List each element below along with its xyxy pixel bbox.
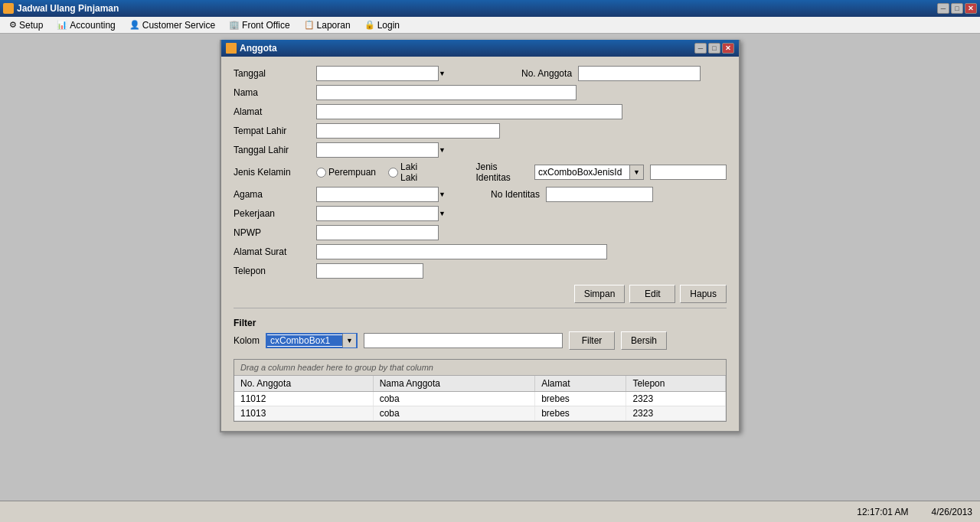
filter-label: Filter [234, 318, 727, 328]
title-controls: ─ □ ✕ [937, 3, 977, 14]
tanggal-lahir-input[interactable] [317, 143, 438, 157]
menu-bar: ⚙ Setup 📊 Accounting 👤 Customer Service … [0, 17, 980, 34]
no-anggota-input[interactable] [578, 66, 701, 81]
nama-label: Nama [234, 87, 310, 98]
tanggal-dropdown-btn[interactable]: ▼ [438, 67, 446, 80]
col-telepon: Telepon [626, 376, 726, 392]
alamat-label: Alamat [234, 106, 310, 117]
edit-button[interactable]: Edit [629, 285, 675, 303]
kolom-combo-text: cxComboBox1 [267, 335, 342, 346]
radio-laki-laki[interactable]: Laki Laki [388, 161, 423, 183]
radio-perempuan-label: Perempuan [328, 167, 376, 178]
table-row[interactable]: 11013cobabrebes2323 [234, 406, 726, 421]
tanggal-lahir-row: Tanggal Lahir ▼ [234, 142, 727, 158]
agama-input[interactable] [317, 188, 438, 201]
cell-alamat: brebes [535, 406, 626, 421]
col-no-anggota: No. Anggota [234, 376, 373, 392]
pekerjaan-label: Pekerjaan [234, 208, 310, 219]
dialog-body: Tanggal ▼ No. Anggota Nama Alamat Te [221, 57, 739, 431]
cs-icon: 👤 [129, 20, 140, 30]
alamat-surat-input[interactable] [316, 244, 607, 259]
close-btn[interactable]: ✕ [965, 3, 977, 14]
jenis-identitas-dropdown-btn[interactable]: ▼ [629, 165, 643, 179]
filter-button[interactable]: Filter [569, 331, 615, 350]
kolom-label: Kolom [234, 335, 260, 346]
table-row[interactable]: 11012cobabrebes2323 [234, 392, 726, 406]
menu-accounting[interactable]: 📊 Accounting [51, 18, 121, 33]
radio-laki-laki-label: Laki Laki [400, 161, 423, 183]
npwp-label: NPWP [234, 227, 310, 238]
anggota-table: No. Anggota Nama Anggota Alamat Telepon … [234, 376, 726, 421]
table-header-row: No. Anggota Nama Anggota Alamat Telepon [234, 376, 726, 392]
agama-label: Agama [234, 189, 310, 200]
kolom-combo[interactable]: cxComboBox1 ▼ [266, 333, 358, 348]
alamat-surat-row: Alamat Surat [234, 244, 727, 259]
jenis-identitas-label: Jenis Identitas [476, 161, 528, 183]
tanggal-label: Tanggal [234, 68, 310, 79]
filter-search-input[interactable] [364, 333, 563, 348]
dialog-title-text: Anggota [240, 43, 277, 54]
alamat-surat-label: Alamat Surat [234, 246, 310, 257]
report-icon: 📋 [304, 20, 315, 30]
hapus-button[interactable]: Hapus [680, 285, 727, 303]
alamat-input[interactable] [316, 104, 622, 119]
bersih-button[interactable]: Bersih [621, 331, 667, 350]
accounting-icon: 📊 [57, 20, 67, 30]
radio-laki-laki-input[interactable] [388, 168, 398, 178]
telepon-row: Telepon [234, 263, 727, 279]
nama-row: Nama [234, 85, 727, 100]
tanggal-row: Tanggal ▼ No. Anggota [234, 66, 727, 81]
app-title: Jadwal Ulang Pinjaman [17, 3, 119, 14]
restore-btn[interactable]: □ [951, 3, 963, 14]
status-bar: 12:17:01 AM 4/26/2013 [0, 501, 980, 522]
telepon-input[interactable] [316, 263, 423, 279]
cell-nama_anggota: coba [373, 392, 535, 406]
tempat-lahir-label: Tempat Lahir [234, 126, 310, 136]
dialog-icon [226, 43, 237, 54]
lock-icon: 🔒 [364, 20, 375, 30]
radio-perempuan-input[interactable] [316, 168, 326, 178]
filter-section: Filter Kolom cxComboBox1 ▼ Filter Bersih [234, 315, 727, 353]
radio-perempuan[interactable]: Perempuan [316, 167, 376, 178]
action-buttons: Simpan Edit Hapus [234, 285, 727, 303]
tempat-lahir-row: Tempat Lahir [234, 123, 727, 139]
menu-setup[interactable]: ⚙ Setup [3, 18, 49, 33]
dialog-close-btn[interactable]: ✕ [722, 43, 734, 54]
menu-front-office[interactable]: 🏢 Front Office [223, 18, 296, 33]
menu-customer-service[interactable]: 👤 Customer Service [123, 18, 221, 33]
npwp-row: NPWP [234, 225, 727, 240]
cell-no_anggota: 11012 [234, 392, 373, 406]
title-bar: Jadwal Ulang Pinjaman ─ □ ✕ [0, 0, 980, 17]
tanggal-lahir-label: Tanggal Lahir [234, 145, 310, 155]
menu-login[interactable]: 🔒 Login [358, 18, 406, 33]
pekerjaan-input[interactable] [317, 207, 438, 220]
jenis-kelamin-label: Jenis Kelamin [234, 167, 310, 178]
app-icon [3, 3, 14, 14]
cell-telepon: 2323 [626, 392, 726, 406]
jenis-identitas-extra-input[interactable] [650, 165, 727, 180]
tanggal-input[interactable] [317, 67, 438, 80]
agama-dropdown-btn[interactable]: ▼ [438, 188, 446, 201]
nama-input[interactable] [316, 85, 577, 100]
menu-laporan[interactable]: 📋 Laporan [298, 18, 357, 33]
simpan-button[interactable]: Simpan [574, 285, 626, 303]
no-identitas-input[interactable] [546, 187, 653, 202]
kolom-dropdown-btn[interactable]: ▼ [342, 334, 356, 347]
tempat-lahir-input[interactable] [316, 123, 500, 139]
anggota-dialog: Anggota ─ □ ✕ Tanggal ▼ No. Anggota N [220, 40, 740, 432]
fo-icon: 🏢 [229, 20, 240, 30]
col-alamat: Alamat [535, 376, 626, 392]
pekerjaan-dropdown-btn[interactable]: ▼ [438, 207, 446, 220]
jenis-kelamin-row: Jenis Kelamin Perempuan Laki Laki Jenis … [234, 161, 727, 183]
tanggal-lahir-dropdown-btn[interactable]: ▼ [438, 143, 446, 157]
npwp-input[interactable] [316, 225, 439, 240]
data-grid: Drag a column header here to group by th… [234, 359, 727, 422]
dialog-minimize-btn[interactable]: ─ [694, 43, 707, 54]
gear-icon: ⚙ [9, 20, 17, 30]
dialog-title-bar: Anggota ─ □ ✕ [221, 40, 739, 57]
dialog-restore-btn[interactable]: □ [708, 43, 720, 54]
status-time: 12:17:01 AM [857, 507, 908, 517]
cell-no_anggota: 11013 [234, 406, 373, 421]
minimize-btn[interactable]: ─ [937, 3, 949, 14]
table-body: 11012cobabrebes232311013cobabrebes2323 [234, 392, 726, 421]
